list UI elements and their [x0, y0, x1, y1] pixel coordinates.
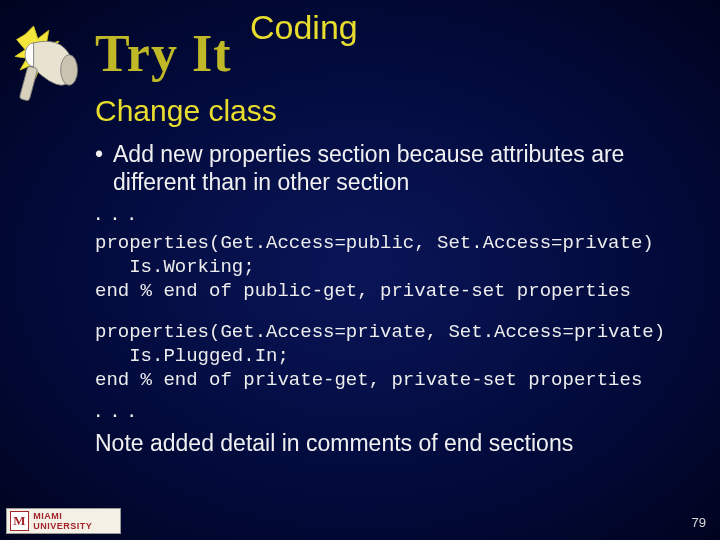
note-text: Note added detail in comments of end sec…: [95, 429, 700, 457]
code-block-1: properties(Get.Access=public, Set.Access…: [95, 232, 700, 303]
page-number: 79: [692, 515, 706, 530]
logo-text: MIAMI UNIVERSITY: [33, 511, 120, 531]
logo-letter: M: [10, 511, 29, 531]
header-coding: Coding: [250, 8, 358, 47]
svg-rect-3: [19, 66, 38, 101]
svg-point-2: [61, 55, 78, 85]
bullet-item: • Add new properties section because att…: [95, 140, 700, 196]
bullet-text: Add new properties section because attri…: [113, 140, 700, 196]
content-area: • Add new properties section because att…: [95, 140, 700, 457]
bullet-mark: •: [95, 140, 113, 196]
code-block-2: properties(Get.Access=private, Set.Acces…: [95, 321, 700, 392]
university-logo: M MIAMI UNIVERSITY: [6, 508, 121, 534]
header-try-it: Try It: [95, 24, 231, 83]
slide: Coding Try It Change class • Add new pro…: [0, 0, 720, 540]
ellipsis-bottom: . . .: [95, 395, 700, 423]
megaphone-icon: [8, 26, 93, 136]
subtitle: Change class: [95, 94, 277, 128]
ellipsis-top: . . .: [95, 198, 700, 226]
